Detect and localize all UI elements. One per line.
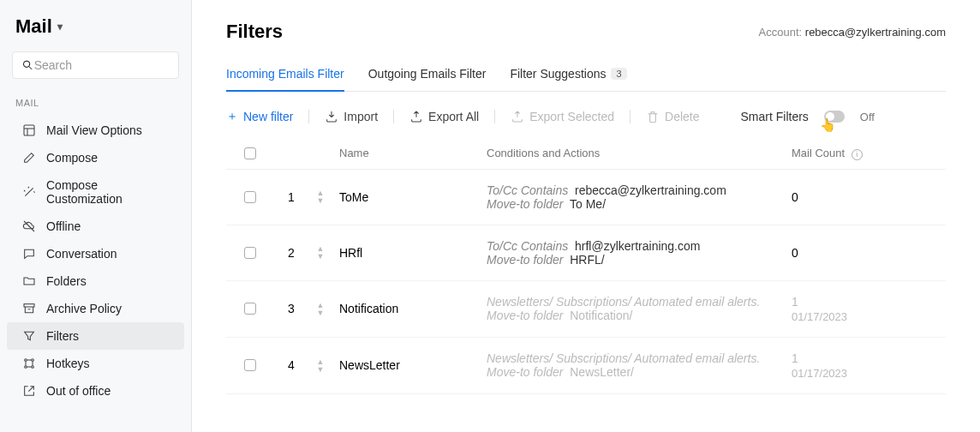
sidebar-item-filters[interactable]: Filters [7, 322, 184, 350]
app-switcher[interactable]: Mail ▾ [0, 15, 191, 38]
sidebar-item-label: Filters [46, 329, 79, 343]
sidebar-item-conversation[interactable]: Conversation [7, 240, 184, 267]
row-mail-count: 0 [792, 246, 946, 260]
tab-suggestions[interactable]: Filter Suggestions3 [510, 67, 626, 91]
col-conditions: Conditions and Actions [487, 147, 792, 159]
row-mail-count: 101/17/2023 [792, 351, 946, 380]
row-name: ToMe [332, 190, 487, 204]
sidebar-item-label: Offline [46, 219, 81, 233]
chevron-up-icon: ▲ [317, 302, 325, 309]
account-email: rebecca@zylkertraining.com [805, 26, 946, 39]
arrow-out-icon [22, 384, 36, 398]
svg-point-7 [25, 359, 27, 362]
tab-outgoing[interactable]: Outgoing Emails Filter [368, 67, 487, 91]
tabs: Incoming Emails FilterOutgoing Emails Fi… [226, 67, 946, 92]
row-mail-count: 101/17/2023 [792, 295, 946, 323]
row-checkbox[interactable] [244, 247, 256, 259]
table-header: Name Conditions and Actions Mail Count i [226, 138, 946, 170]
sidebar-item-label: Mail View Options [46, 123, 142, 137]
sidebar-item-label: Archive Policy [46, 302, 122, 315]
sidebar-item-compose[interactable]: Compose [7, 144, 184, 171]
tab-incoming[interactable]: Incoming Emails Filter [226, 67, 344, 91]
row-order: 3 [274, 302, 308, 315]
sidebar-item-hotkeys[interactable]: Hotkeys [7, 350, 184, 377]
reorder-handle[interactable]: ▲▼ [308, 189, 332, 204]
sidebar-item-offline[interactable]: Offline [7, 213, 184, 240]
archive-icon [22, 302, 36, 315]
sidebar-item-label: Conversation [46, 247, 117, 261]
page-title: Filters [226, 21, 283, 43]
sidebar-item-label: Hotkeys [46, 357, 90, 370]
smart-filters-toggle[interactable]: 👆 [824, 111, 845, 123]
chat-icon [22, 247, 36, 261]
svg-point-8 [32, 359, 34, 362]
svg-rect-6 [24, 304, 34, 307]
edit-icon [22, 151, 36, 165]
delete-label: Delete [665, 110, 699, 123]
sidebar-item-folders[interactable]: Folders [7, 267, 184, 295]
filter-row: 4▲▼NewsLetterNewsletters/ Subscriptions/… [226, 338, 946, 394]
chevron-up-icon: ▲ [317, 358, 325, 365]
export-selected-label: Export Selected [529, 110, 614, 123]
export-icon [511, 110, 524, 123]
delete-button[interactable]: Delete [646, 110, 699, 123]
filter-row: 3▲▼NotificationNewsletters/ Subscription… [226, 281, 946, 338]
reorder-handle[interactable]: ▲▼ [308, 358, 332, 373]
export-all-button[interactable]: Export All [409, 110, 479, 123]
sidebar-item-out-of-office[interactable]: Out of office [7, 377, 184, 405]
row-conditions: Newsletters/ Subscriptions/ Automated em… [487, 295, 792, 322]
nav-list: Mail View OptionsComposeCompose Customiz… [0, 117, 191, 405]
main-panel: Filters Account: rebecca@zylkertraining.… [192, 0, 980, 432]
chevron-down-icon: ▼ [317, 253, 325, 260]
sidebar-item-label: Compose Customization [46, 178, 169, 206]
cursor-icon: 👆 [820, 117, 836, 133]
row-conditions: To/Cc Contains rebecca@zylkertraining.co… [487, 183, 792, 211]
col-mail-count: Mail Count i [792, 147, 946, 160]
search-box[interactable] [12, 51, 179, 79]
sidebar-item-label: Compose [46, 151, 98, 165]
tab-label: Incoming Emails Filter [226, 67, 344, 81]
row-name: Notification [332, 302, 487, 315]
row-mail-count: 0 [792, 190, 946, 204]
row-order: 4 [274, 358, 308, 372]
import-label: Import [344, 110, 378, 123]
page-header: Filters Account: rebecca@zylkertraining.… [226, 21, 946, 43]
sidebar-item-compose-customization[interactable]: Compose Customization [7, 171, 184, 213]
row-checkbox[interactable] [244, 359, 256, 371]
smart-filters-state: Off [860, 111, 875, 123]
sidebar-item-label: Folders [46, 274, 87, 288]
reorder-handle[interactable]: ▲▼ [308, 245, 332, 260]
export-selected-button[interactable]: Export Selected [511, 110, 614, 123]
search-input[interactable] [34, 58, 170, 72]
chevron-down-icon: ▾ [57, 21, 63, 33]
import-button[interactable]: Import [325, 110, 378, 123]
export-icon [409, 110, 423, 123]
row-conditions: Newsletters/ Subscriptions/ Automated em… [487, 351, 792, 379]
folder-icon [22, 274, 36, 288]
import-icon [325, 110, 338, 123]
separator [393, 110, 394, 123]
svg-point-0 [23, 61, 29, 67]
select-all-checkbox[interactable] [244, 147, 256, 159]
trash-icon [646, 110, 660, 123]
svg-rect-2 [24, 125, 34, 135]
tab-badge: 3 [611, 68, 626, 80]
row-checkbox[interactable] [244, 303, 256, 315]
row-name: HRfl [332, 246, 487, 260]
svg-line-1 [29, 67, 32, 69]
account-label: Account: [759, 26, 803, 39]
row-checkbox[interactable] [244, 191, 256, 203]
sidebar-item-label: Out of office [46, 384, 111, 398]
chevron-down-icon: ▼ [317, 309, 325, 316]
tab-label: Filter Suggestions [510, 67, 606, 81]
sidebar-item-archive-policy[interactable]: Archive Policy [7, 295, 184, 322]
toolbar: ＋ New filter Import Export All Export Se… [226, 109, 946, 124]
filter-row: 1▲▼ToMeTo/Cc Contains rebecca@zylkertrai… [226, 170, 946, 225]
info-icon[interactable]: i [852, 149, 863, 160]
reorder-handle[interactable]: ▲▼ [308, 302, 332, 316]
sidebar-item-mail-view-options[interactable]: Mail View Options [7, 117, 184, 144]
chevron-up-icon: ▲ [317, 189, 325, 196]
new-filter-button[interactable]: ＋ New filter [226, 109, 293, 124]
row-order: 1 [274, 190, 308, 204]
row-conditions: To/Cc Contains hrfl@zylkertraining.comMo… [487, 239, 792, 267]
